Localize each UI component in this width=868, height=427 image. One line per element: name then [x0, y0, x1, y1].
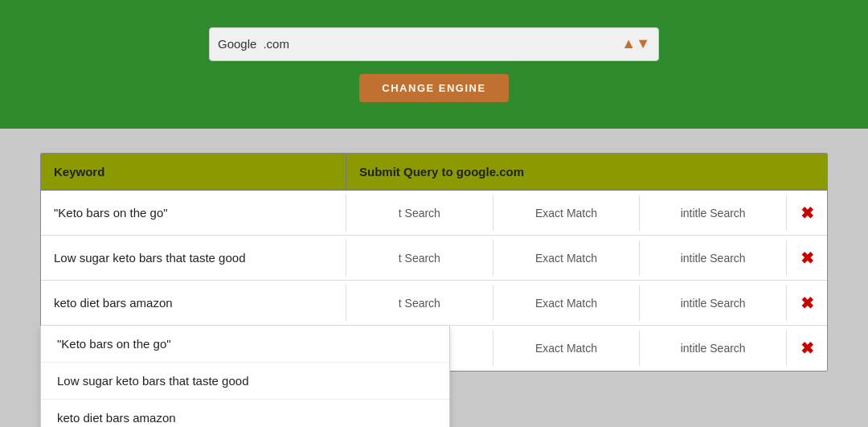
- td-intitle-2[interactable]: intitle Search: [640, 240, 787, 276]
- delete-row-1-button[interactable]: ✖: [787, 203, 827, 223]
- td-query-cells-3: t Search Exact Match intitle Search: [346, 285, 787, 321]
- dropdown-item-1[interactable]: "Keto bars on the go": [41, 326, 449, 363]
- td-exact-1[interactable]: Exact Match: [493, 195, 641, 231]
- table-row: Low sugar keto bars that taste good t Se…: [41, 236, 827, 281]
- td-query-cells-2: t Search Exact Match intitle Search: [346, 240, 787, 276]
- td-intitle-4[interactable]: intitle Search: [640, 331, 787, 366]
- delete-row-2-button[interactable]: ✖: [787, 248, 827, 268]
- td-intitle-1[interactable]: intitle Search: [640, 195, 787, 231]
- delete-icon-3: ✖: [800, 294, 814, 313]
- td-search-3[interactable]: t Search: [346, 285, 493, 321]
- delete-row-3-button[interactable]: ✖: [787, 294, 827, 313]
- change-engine-button[interactable]: CHANGE ENGINE: [359, 74, 508, 102]
- engine-arrow-icon[interactable]: ▲▼: [621, 35, 650, 52]
- engine-label: Google: [218, 37, 256, 51]
- engine-select-wrapper[interactable]: Google .com ▲▼: [209, 27, 659, 61]
- td-query-cells-1: t Search Exact Match intitle Search: [346, 195, 787, 231]
- th-keyword: Keyword: [41, 154, 346, 190]
- td-exact-2[interactable]: Exact Match: [493, 240, 641, 276]
- td-exact-3[interactable]: Exact Match: [493, 285, 641, 321]
- top-bar: Google .com ▲▼ CHANGE ENGINE: [0, 0, 868, 129]
- delete-icon-4: ✖: [800, 339, 814, 358]
- dropdown-item-3[interactable]: keto diet bars amazon: [41, 400, 449, 427]
- td-intitle-3[interactable]: intitle Search: [640, 285, 787, 321]
- delete-icon-2: ✖: [800, 248, 814, 268]
- td-keyword-1: "Keto bars on the go": [41, 195, 346, 231]
- content-area: Keyword Submit Query to google.com "Keto…: [0, 129, 868, 427]
- table-row: "Keto bars on the go" t Search Exact Mat…: [41, 191, 827, 236]
- th-query: Submit Query to google.com: [346, 154, 787, 190]
- td-search-1[interactable]: t Search: [346, 195, 493, 231]
- dropdown-item-2[interactable]: Low sugar keto bars that taste good: [41, 363, 449, 400]
- delete-icon-1: ✖: [800, 203, 814, 223]
- td-exact-4[interactable]: Exact Match: [493, 331, 641, 366]
- engine-value: .com: [263, 37, 621, 51]
- td-keyword-2: Low sugar keto bars that taste good: [41, 240, 346, 276]
- table-header: Keyword Submit Query to google.com: [41, 154, 827, 191]
- td-keyword-3: keto diet bars amazon: [41, 285, 346, 321]
- keyword-dropdown: "Keto bars on the go" Low sugar keto bar…: [40, 326, 450, 427]
- th-action: [787, 154, 827, 190]
- delete-row-4-button[interactable]: ✖: [787, 339, 827, 358]
- td-search-2[interactable]: t Search: [346, 240, 493, 276]
- table-row: keto diet bars amazon t Search Exact Mat…: [41, 281, 827, 326]
